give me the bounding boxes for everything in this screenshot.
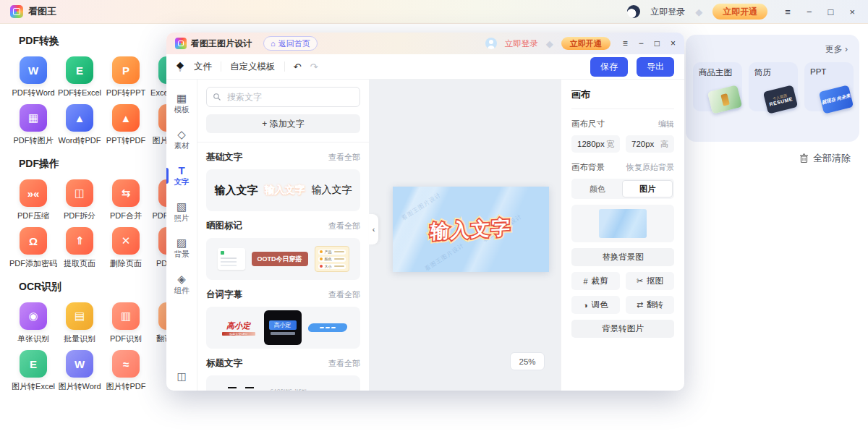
tool-item[interactable]: ▥PDF识别 — [103, 302, 149, 346]
tool-item[interactable]: ▤批量识别 — [56, 302, 103, 346]
tab-image[interactable]: 图片 — [622, 180, 673, 197]
tool-item[interactable]: PPDF转PPT — [103, 56, 149, 100]
menu-icon[interactable]: ≡ — [623, 39, 628, 48]
tool-item[interactable]: ◫PDF拆分 — [56, 179, 103, 223]
background-to-image-button[interactable]: 背景转图片 — [571, 320, 674, 338]
replace-background-button[interactable]: 替换背景图 — [571, 248, 674, 266]
close-icon[interactable]: × — [671, 39, 676, 48]
chat-screenshot-thumb[interactable] — [218, 248, 245, 270]
caption-blue-thumb[interactable] — [307, 323, 348, 332]
tool-item[interactable]: ▦PDF转图片 — [10, 104, 56, 148]
tool-item[interactable]: ⇆PDF合并 — [103, 179, 149, 223]
rail-item-素材[interactable]: ◇素材 — [166, 122, 197, 158]
template-card-resume[interactable]: 简历 个人简历 RESUME — [749, 62, 798, 111]
tool-item[interactable]: ⇑提取页面 — [56, 227, 103, 271]
title-sample-2[interactable]: GAODING JISHI 稿定集市 — [271, 388, 307, 391]
tool-item[interactable]: WPDF转Word — [10, 56, 56, 100]
tool-item[interactable]: W图片转Word — [56, 350, 103, 393]
crop-button[interactable]: # 裁剪 — [571, 272, 620, 290]
view-all-link[interactable]: 查看全部 — [328, 221, 360, 231]
view-all-link[interactable]: 查看全部 — [328, 152, 360, 163]
template-card-product[interactable]: 商品主图 — [693, 62, 742, 111]
undo-icon[interactable]: ↶ — [294, 61, 302, 72]
tab-color[interactable]: 颜色 — [573, 180, 622, 197]
view-all-link[interactable]: 查看全部 — [328, 289, 360, 300]
clear-all-button[interactable]: 全部清除 — [799, 152, 851, 165]
upgrade-button[interactable]: 立即开通 — [712, 4, 767, 20]
caption-red-thumb[interactable]: 高小定 稿定企业CEO — [220, 320, 258, 336]
rail-item-组件[interactable]: ◈组件 — [166, 266, 197, 302]
login-link[interactable]: 立即登录 — [650, 6, 685, 18]
app-logo-icon — [10, 5, 23, 18]
upgrade-button[interactable]: 立即开通 — [561, 37, 610, 50]
tool-item[interactable]: »«PDF压缩 — [10, 179, 56, 223]
rail-item-模板[interactable]: ▦模板 — [166, 85, 197, 122]
text-sample-outline[interactable]: 输入文字 — [265, 184, 305, 197]
tool-icon: ⇆ — [112, 179, 140, 207]
add-text-button[interactable]: + 添加文字 — [206, 114, 360, 133]
menu-custom-template[interactable]: 自定义模板 — [230, 61, 276, 73]
adjust-color-button[interactable]: ◑ 调色 — [571, 296, 620, 314]
width-field[interactable]: 1280px 宽 — [571, 135, 620, 153]
back-home-button[interactable]: ⌂ 返回首页 — [263, 36, 318, 51]
search-box[interactable] — [206, 87, 360, 107]
basic-text-card[interactable]: 输入文字 输入文字 输入文字 — [206, 169, 360, 211]
more-link[interactable]: 更多 › — [825, 43, 848, 56]
login-link[interactable]: 立即登录 — [505, 38, 538, 49]
tool-item[interactable]: EPDF转Excel — [56, 56, 103, 100]
text-sample-bold[interactable]: 输入文字 — [215, 184, 258, 197]
flip-button[interactable]: ⇄ 翻转 — [626, 296, 674, 314]
canvas-area: ‹ 看图王图片设计 看图王图片设计 看图王图片设计 输入文字 输入文字 输入文字… — [369, 80, 561, 391]
title-text-card[interactable]: 追日计划 GAODING JISHI 稿定集市 今日…! — [206, 375, 360, 391]
height-field[interactable]: 720px 高 — [626, 135, 674, 153]
tool-item[interactable]: ▲PPT转PDF — [103, 104, 149, 148]
view-all-link[interactable]: 查看全部 — [328, 358, 360, 369]
tool-item[interactable]: ◉单张识别 — [10, 302, 56, 346]
tool-item[interactable]: ▲Word转PDF — [56, 104, 103, 148]
background-preview — [571, 205, 674, 242]
zoom-level-indicator[interactable]: 25% — [510, 352, 545, 370]
edit-size-link[interactable]: 编辑 — [658, 119, 674, 129]
text-sample-regular[interactable]: 输入文字 — [312, 184, 352, 197]
divider — [197, 142, 369, 142]
ootd-tag-thumb[interactable]: OOTD今日穿搭 — [252, 252, 308, 266]
caption-dark-thumb[interactable]: 高小定 — [264, 310, 302, 345]
export-button[interactable]: 导出 — [637, 57, 674, 77]
main-titlebar: 看图王 立即登录 ◆ 立即开通 ≡ − □ × — [0, 0, 868, 24]
background-thumbnail[interactable] — [599, 209, 647, 238]
avatar-icon[interactable] — [627, 5, 640, 18]
tool-item[interactable]: ≈图片转PDF — [103, 350, 149, 393]
maximize-icon[interactable]: □ — [655, 39, 660, 48]
tool-item[interactable]: E图片转Excel — [10, 350, 56, 393]
panel-toggle-icon[interactable]: ◫ — [166, 370, 197, 382]
divider — [221, 61, 221, 72]
rail-item-背景[interactable]: ▨背景 — [166, 230, 197, 266]
minimize-icon[interactable]: − — [807, 7, 812, 17]
captions-card[interactable]: 高小定 稿定企业CEO 高小定 — [206, 307, 360, 349]
artboard[interactable]: 看图王图片设计 看图王图片设计 看图王图片设计 输入文字 输入文字 输入文字 — [393, 187, 549, 272]
template-card-ppt[interactable]: PPT 就现在 向未来 — [804, 62, 854, 111]
minimize-icon[interactable]: − — [639, 39, 644, 48]
avatar-icon[interactable] — [485, 38, 497, 49]
tool-item[interactable]: ✕删除页面 — [103, 227, 149, 271]
maximize-icon[interactable]: □ — [828, 7, 834, 17]
search-input[interactable] — [226, 91, 354, 103]
note-card-thumb[interactable]: 产品 颜色 大小 — [315, 246, 349, 272]
rail-item-照片[interactable]: ▧照片 — [166, 194, 197, 230]
redo-icon[interactable]: ↷ — [310, 61, 318, 72]
menu-icon[interactable]: ≡ — [785, 7, 791, 17]
collapse-panel-tab[interactable]: ‹ — [369, 214, 378, 244]
canvas-size-label: 画布尺寸 — [571, 119, 605, 129]
restore-bg-link[interactable]: 恢复原始背景 — [626, 162, 674, 173]
dialog-menubar: ◆ ∨ 文件 自定义模板 ↶ ↷ 保存 导出 — [166, 54, 684, 80]
tool-icon: E — [20, 350, 47, 378]
tool-item[interactable]: ΩPDF添加密码 — [10, 227, 56, 271]
save-button[interactable]: 保存 — [590, 57, 628, 77]
close-icon[interactable]: × — [849, 7, 855, 17]
title-sample-1[interactable]: 追日计划 — [226, 390, 264, 391]
menu-file[interactable]: 文件 — [194, 61, 212, 73]
photo-marks-card[interactable]: OOTD今日穿搭 产品 颜色 大小 — [206, 238, 360, 280]
cutout-button[interactable]: ✂ 抠图 — [626, 272, 674, 290]
canvas-text-element[interactable]: 输入文字 输入文字 输入文字 — [393, 187, 549, 272]
rail-item-文字[interactable]: T文字 — [166, 158, 197, 194]
